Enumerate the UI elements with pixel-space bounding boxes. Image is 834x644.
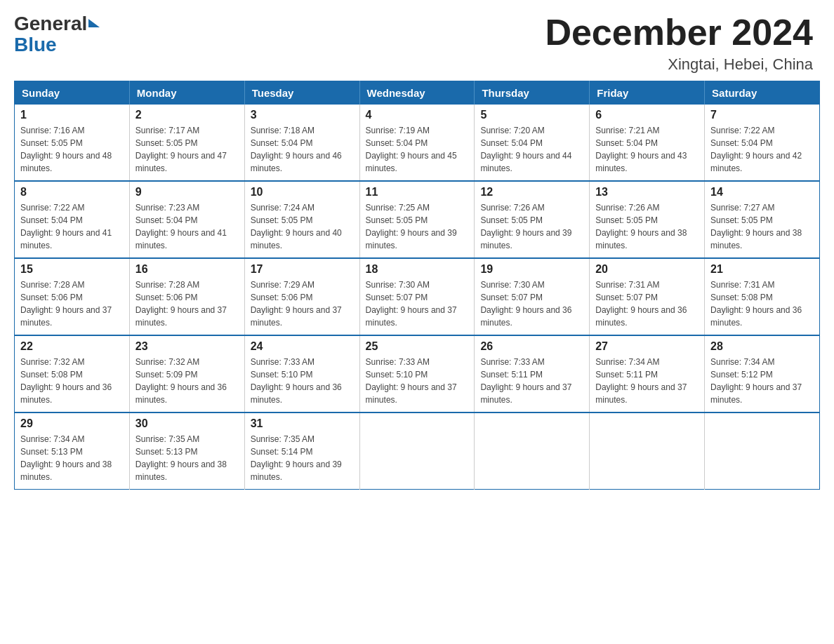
day-info: Sunrise: 7:34 AMSunset: 5:11 PMDaylight:…: [595, 356, 699, 406]
day-info: Sunrise: 7:34 AMSunset: 5:13 PMDaylight:…: [20, 433, 124, 483]
day-number: 23: [135, 340, 239, 353]
day-number: 8: [20, 186, 124, 199]
calendar-cell: 31Sunrise: 7:35 AMSunset: 5:14 PMDayligh…: [244, 412, 359, 490]
calendar-cell: 14Sunrise: 7:27 AMSunset: 5:05 PMDayligh…: [705, 181, 820, 258]
day-number: 19: [480, 263, 583, 276]
day-info: Sunrise: 7:26 AMSunset: 5:05 PMDaylight:…: [480, 201, 583, 252]
day-number: 27: [595, 340, 699, 353]
day-number: 20: [595, 263, 699, 276]
calendar-cell: 29Sunrise: 7:34 AMSunset: 5:13 PMDayligh…: [15, 412, 130, 490]
calendar-week-2: 8Sunrise: 7:22 AMSunset: 5:04 PMDaylight…: [15, 181, 820, 258]
calendar-cell: 17Sunrise: 7:29 AMSunset: 5:06 PMDayligh…: [244, 258, 359, 335]
calendar-cell: 24Sunrise: 7:33 AMSunset: 5:10 PMDayligh…: [244, 335, 359, 412]
day-number: 26: [480, 340, 583, 353]
calendar-cell: 4Sunrise: 7:19 AMSunset: 5:04 PMDaylight…: [359, 105, 475, 181]
col-monday: Monday: [129, 81, 244, 105]
day-number: 29: [20, 417, 124, 430]
calendar-cell: 23Sunrise: 7:32 AMSunset: 5:09 PMDayligh…: [129, 335, 244, 412]
day-info: Sunrise: 7:33 AMSunset: 5:10 PMDaylight:…: [251, 356, 354, 406]
day-info: Sunrise: 7:24 AMSunset: 5:05 PMDaylight:…: [251, 201, 354, 252]
calendar-cell: 27Sunrise: 7:34 AMSunset: 5:11 PMDayligh…: [590, 335, 705, 412]
day-number: 28: [710, 340, 814, 353]
calendar-cell: 22Sunrise: 7:32 AMSunset: 5:08 PMDayligh…: [15, 335, 130, 412]
calendar-cell: 2Sunrise: 7:17 AMSunset: 5:05 PMDaylight…: [129, 105, 244, 181]
day-number: 22: [20, 340, 124, 353]
day-info: Sunrise: 7:17 AMSunset: 5:05 PMDaylight:…: [135, 124, 239, 175]
day-info: Sunrise: 7:30 AMSunset: 5:07 PMDaylight:…: [366, 279, 469, 329]
calendar-cell: 15Sunrise: 7:28 AMSunset: 5:06 PMDayligh…: [15, 258, 130, 335]
calendar-header-row: Sunday Monday Tuesday Wednesday Thursday…: [15, 81, 820, 105]
calendar-cell: 28Sunrise: 7:34 AMSunset: 5:12 PMDayligh…: [705, 335, 820, 412]
day-info: Sunrise: 7:32 AMSunset: 5:08 PMDaylight:…: [20, 356, 124, 406]
day-number: 1: [20, 109, 124, 121]
calendar-cell: 5Sunrise: 7:20 AMSunset: 5:04 PMDaylight…: [475, 105, 590, 181]
day-info: Sunrise: 7:35 AMSunset: 5:13 PMDaylight:…: [135, 433, 239, 483]
calendar-cell: 21Sunrise: 7:31 AMSunset: 5:08 PMDayligh…: [705, 258, 820, 335]
day-info: Sunrise: 7:25 AMSunset: 5:05 PMDaylight:…: [366, 201, 469, 252]
day-number: 12: [480, 186, 583, 199]
calendar-week-5: 29Sunrise: 7:34 AMSunset: 5:13 PMDayligh…: [15, 412, 820, 490]
day-number: 2: [135, 109, 239, 121]
col-wednesday: Wednesday: [359, 81, 475, 105]
day-info: Sunrise: 7:23 AMSunset: 5:04 PMDaylight:…: [135, 201, 239, 252]
day-info: Sunrise: 7:26 AMSunset: 5:05 PMDaylight:…: [595, 201, 699, 252]
day-info: Sunrise: 7:20 AMSunset: 5:04 PMDaylight:…: [480, 124, 583, 175]
col-friday: Friday: [590, 81, 705, 105]
day-info: Sunrise: 7:18 AMSunset: 5:04 PMDaylight:…: [251, 124, 354, 175]
day-info: Sunrise: 7:32 AMSunset: 5:09 PMDaylight:…: [135, 356, 239, 406]
day-number: 9: [135, 186, 239, 199]
col-thursday: Thursday: [475, 81, 590, 105]
calendar-cell: 11Sunrise: 7:25 AMSunset: 5:05 PMDayligh…: [359, 181, 475, 258]
day-info: Sunrise: 7:33 AMSunset: 5:10 PMDaylight:…: [366, 356, 469, 406]
calendar-cell: 25Sunrise: 7:33 AMSunset: 5:10 PMDayligh…: [359, 335, 475, 412]
day-info: Sunrise: 7:31 AMSunset: 5:08 PMDaylight:…: [710, 279, 814, 329]
calendar-cell: 16Sunrise: 7:28 AMSunset: 5:06 PMDayligh…: [129, 258, 244, 335]
location-title: Xingtai, Hebei, China: [545, 55, 813, 74]
day-info: Sunrise: 7:19 AMSunset: 5:04 PMDaylight:…: [366, 124, 469, 175]
day-number: 24: [251, 340, 354, 353]
calendar-cell: 18Sunrise: 7:30 AMSunset: 5:07 PMDayligh…: [359, 258, 475, 335]
page-header: General Blue December 2024 Xingtai, Hebe…: [0, 0, 834, 81]
day-number: 5: [480, 109, 583, 121]
day-number: 3: [251, 109, 354, 121]
day-info: Sunrise: 7:34 AMSunset: 5:12 PMDaylight:…: [710, 356, 814, 406]
col-sunday: Sunday: [15, 81, 130, 105]
calendar-cell: 19Sunrise: 7:30 AMSunset: 5:07 PMDayligh…: [475, 258, 590, 335]
day-number: 18: [366, 263, 469, 276]
calendar-cell: [359, 412, 475, 490]
calendar-cell: [705, 412, 820, 490]
day-number: 4: [366, 109, 469, 121]
calendar-cell: 26Sunrise: 7:33 AMSunset: 5:11 PMDayligh…: [475, 335, 590, 412]
calendar-cell: 20Sunrise: 7:31 AMSunset: 5:07 PMDayligh…: [590, 258, 705, 335]
calendar-table: Sunday Monday Tuesday Wednesday Thursday…: [14, 81, 820, 490]
day-number: 7: [710, 109, 814, 121]
logo-general-text: General: [14, 13, 87, 35]
day-number: 10: [251, 186, 354, 199]
calendar-cell: 3Sunrise: 7:18 AMSunset: 5:04 PMDaylight…: [244, 105, 359, 181]
day-number: 6: [595, 109, 699, 121]
calendar-cell: [590, 412, 705, 490]
col-saturday: Saturday: [705, 81, 820, 105]
calendar-cell: 7Sunrise: 7:22 AMSunset: 5:04 PMDaylight…: [705, 105, 820, 181]
day-number: 25: [366, 340, 469, 353]
day-info: Sunrise: 7:22 AMSunset: 5:04 PMDaylight:…: [20, 201, 124, 252]
logo-blue-text: Blue: [14, 35, 57, 55]
day-info: Sunrise: 7:16 AMSunset: 5:05 PMDaylight:…: [20, 124, 124, 175]
calendar-cell: 10Sunrise: 7:24 AMSunset: 5:05 PMDayligh…: [244, 181, 359, 258]
calendar-cell: [475, 412, 590, 490]
day-number: 14: [710, 186, 814, 199]
calendar-week-3: 15Sunrise: 7:28 AMSunset: 5:06 PMDayligh…: [15, 258, 820, 335]
day-info: Sunrise: 7:27 AMSunset: 5:05 PMDaylight:…: [710, 201, 814, 252]
calendar-cell: 1Sunrise: 7:16 AMSunset: 5:05 PMDaylight…: [15, 105, 130, 181]
day-number: 11: [366, 186, 469, 199]
day-info: Sunrise: 7:22 AMSunset: 5:04 PMDaylight:…: [710, 124, 814, 175]
calendar-cell: 30Sunrise: 7:35 AMSunset: 5:13 PMDayligh…: [129, 412, 244, 490]
day-info: Sunrise: 7:31 AMSunset: 5:07 PMDaylight:…: [595, 279, 699, 329]
calendar-week-1: 1Sunrise: 7:16 AMSunset: 5:05 PMDaylight…: [15, 105, 820, 181]
day-number: 15: [20, 263, 124, 276]
calendar-cell: 12Sunrise: 7:26 AMSunset: 5:05 PMDayligh…: [475, 181, 590, 258]
calendar-cell: 8Sunrise: 7:22 AMSunset: 5:04 PMDaylight…: [15, 181, 130, 258]
day-info: Sunrise: 7:33 AMSunset: 5:11 PMDaylight:…: [480, 356, 583, 406]
month-title: December 2024: [545, 13, 813, 53]
calendar-cell: 9Sunrise: 7:23 AMSunset: 5:04 PMDaylight…: [129, 181, 244, 258]
